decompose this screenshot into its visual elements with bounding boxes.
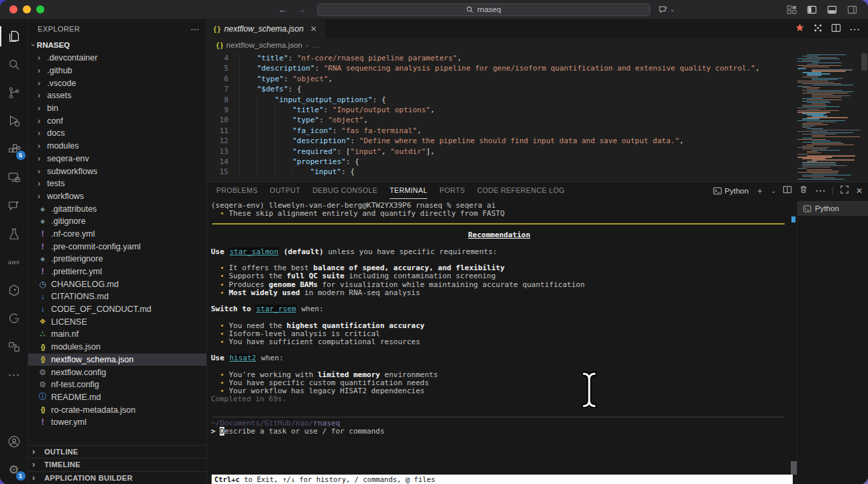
schema-tools-icon[interactable] [813,23,823,36]
file-license[interactable]: ❖LICENSE [28,315,206,328]
explorer-more-actions-icon[interactable]: ⋯ [191,24,200,34]
file-readme-md[interactable]: ⓘREADME.md [28,391,206,404]
split-editor-icon[interactable] [831,23,841,36]
aws-icon[interactable]: aws [0,248,28,276]
connections-icon[interactable] [0,333,28,361]
terminal[interactable]: (seqera-env) llewelyn-van-der-berg@KTW2Y… [207,199,797,484]
file-tower-yml[interactable]: !tower.yml [28,416,206,429]
file-modules-json[interactable]: { }modules.json [28,341,206,354]
command-center-search[interactable]: rnaseq [317,3,650,16]
file-ro-crate-metadata-json[interactable]: { }ro-crate-metadata.json [28,403,206,416]
project-root-folder[interactable]: › RNASEQ [28,38,206,52]
folder-subworkflows[interactable]: ›subworkflows [28,165,206,177]
file--pre-commit-config-yaml[interactable]: !.pre-commit-config.yaml [28,240,206,253]
file-nf-test-config[interactable]: ⚙nf-test.config [28,378,206,391]
breadcrumb[interactable]: { } nextflow_schema.json › … [207,38,868,52]
folder-seqera-env[interactable]: ›seqera-env [28,153,206,165]
maximize-panel-icon[interactable] [840,185,849,197]
folder-docs[interactable]: ›docs [28,127,206,140]
file-main-nf[interactable]: ∴main.nf [28,328,206,341]
folder-tests[interactable]: ›tests [28,177,206,190]
folder--github[interactable]: ›.github [28,65,206,77]
git-file-icon: ◆ [38,218,48,225]
file--prettierignore[interactable]: ◆.prettierignore [28,253,206,266]
section-timeline[interactable]: ›TIMELINE [28,458,206,471]
panel-tab-debug-console[interactable]: DEBUG CONSOLE [312,182,378,199]
item-label: .vscode [47,79,76,88]
remote-explorer-icon[interactable] [0,163,28,192]
account-icon[interactable] [0,428,28,456]
prompt-input[interactable]: > Describe a task or use / for commands [211,428,787,436]
tab-nextflow-schema[interactable]: { } nextflow_schema.json ✕ [207,19,324,38]
item-label: .github [47,66,73,75]
code-editor[interactable]: 4"title": "nf-core/rnaseq pipeline param… [207,52,868,182]
history-forward-icon[interactable]: → [297,4,306,15]
folder-conf[interactable]: ›conf [28,114,206,127]
testing-icon[interactable] [0,220,28,248]
history-back-icon[interactable]: ← [278,4,288,15]
minimap[interactable] [795,52,861,182]
tab-close-icon[interactable]: ✕ [310,24,317,34]
toggle-panel-icon[interactable] [826,4,837,15]
minimize-window-button[interactable] [23,5,31,13]
editor-more-actions-icon[interactable]: ⋯ [849,23,860,36]
folder-bin[interactable]: ›bin [28,102,206,115]
file--gitattributes[interactable]: ◆.gitattributes [28,202,206,215]
search-icon[interactable] [0,50,28,79]
file--nf-core-yml[interactable]: !.nf-core.yml [28,228,206,241]
run-debug-icon[interactable] [0,107,28,135]
folder-assets[interactable]: ›assets [28,89,206,102]
zoom-window-button[interactable] [36,5,44,13]
customize-layout-icon[interactable] [786,4,797,15]
terminal-scrollbar[interactable] [791,461,797,475]
source-control-icon[interactable] [0,79,28,107]
shell-selector[interactable]: Python [713,186,749,196]
file-changelog-md[interactable]: ◷CHANGELOG.md [28,278,206,290]
chat-layout-button[interactable]: ⌄ [658,5,675,15]
panel-tab-ports[interactable]: PORTS [439,182,465,199]
close-window-button[interactable] [9,5,17,13]
toggle-secondary-sidebar-icon[interactable] [847,4,857,15]
panel-tab-code-reference-log[interactable]: CODE REFERENCE LOG [477,182,564,199]
panel-tab-problems[interactable]: PROBLEMS [216,182,258,199]
toggle-primary-sidebar-icon[interactable] [806,4,817,15]
folder-workflows[interactable]: ›workflows [28,190,206,203]
code-line-5: 5"description": "RNA sequencing analysis… [207,63,795,73]
folder-modules[interactable]: ›modules [28,140,206,153]
settings-icon[interactable]: ⚙1 [0,456,28,484]
extensions-icon[interactable]: 5 [0,135,28,163]
hexagon-tool-icon[interactable] [0,276,28,305]
panel-tab-output[interactable]: OUTPUT [270,182,301,199]
item-label: README.md [51,393,101,402]
file--gitignore[interactable]: ◆.gitignore [28,215,206,228]
kill-terminal-icon[interactable] [799,185,808,197]
folder--devcontainer[interactable]: ›.devcontainer [28,52,206,65]
folder--vscode[interactable]: ›.vscode [28,77,206,89]
search-icon [466,6,474,13]
more-views-icon[interactable]: ⋯ [0,361,28,389]
file-citations-md[interactable]: ↓CITATIONS.md [28,290,206,303]
split-terminal-icon[interactable] [783,185,792,197]
file--prettierrc-yml[interactable]: !.prettierrc.yml [28,266,206,278]
new-terminal-icon[interactable]: ＋ [755,185,764,197]
panel-more-actions-icon[interactable]: ⋯ [815,184,826,197]
terminal-dropdown-icon[interactable]: ⌄ [771,188,776,194]
terminal-tab-python[interactable]: Python [797,201,868,216]
gitlens-icon[interactable] [0,305,28,333]
chat-icon[interactable] [0,192,28,220]
panel-tab-terminal[interactable]: TERMINAL [390,182,427,199]
section-outline[interactable]: ›OUTLINE [28,445,206,458]
item-label: .gitignore [51,216,85,226]
file-code-of-conduct-md[interactable]: ↓CODE_OF_CONDUCT.md [28,303,206,316]
explorer-icon[interactable] [0,22,28,50]
editor-scrollbar[interactable] [861,52,868,182]
explorer-title: EXPLORER [38,25,80,33]
extension-run-icon[interactable] [795,23,805,36]
chevron-right-icon: › [38,167,47,176]
section-application-builder[interactable]: ›APPLICATION BUILDER [28,471,206,484]
chevron-right-icon: › [38,128,47,138]
close-panel-icon[interactable]: ✕ [856,186,863,196]
item-label: bin [47,104,58,113]
file-nextflow-config[interactable]: ⚙nextflow.config [28,366,206,378]
file-nextflow-schema-json[interactable]: { }nextflow_schema.json [28,354,206,366]
